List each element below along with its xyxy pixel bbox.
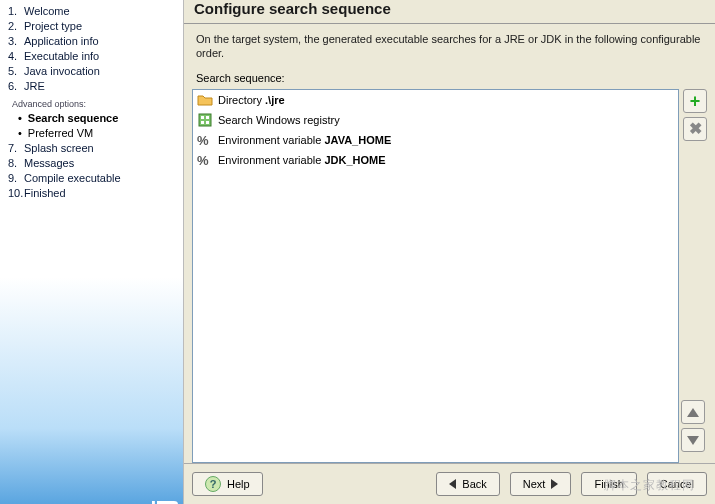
step-compile-executable[interactable]: 9.Compile executable <box>8 171 183 186</box>
step-application-info[interactable]: 3.Application info <box>8 34 183 49</box>
page-description: On the target system, the generated exec… <box>184 24 715 72</box>
exe4j-logo: exe4j <box>147 498 179 504</box>
sidebar: 1.Welcome 2.Project type 3.Application i… <box>0 0 184 504</box>
step-java-invocation[interactable]: 5.Java invocation <box>8 64 183 79</box>
back-button[interactable]: Back <box>436 472 499 496</box>
footer: ? Help Back Next Finish Cancel <box>184 463 715 504</box>
svg-rect-4 <box>206 121 209 124</box>
envvar-icon: % <box>197 132 213 148</box>
svg-rect-3 <box>201 121 204 124</box>
search-sequence-label: Search sequence: <box>184 72 715 89</box>
remove-button[interactable]: ✖ <box>683 117 707 141</box>
next-button[interactable]: Next <box>510 472 572 496</box>
svg-rect-2 <box>206 116 209 119</box>
step-finished[interactable]: 10.Finished <box>8 186 183 201</box>
x-icon: ✖ <box>689 121 702 137</box>
finish-button[interactable]: Finish <box>581 472 636 496</box>
adv-search-sequence[interactable]: Search sequence <box>18 111 183 126</box>
arrow-down-icon <box>687 436 699 445</box>
step-messages[interactable]: 8.Messages <box>8 156 183 171</box>
search-sequence-list[interactable]: Directory .\jre Search Windows registry … <box>192 89 679 463</box>
add-button[interactable]: + <box>683 89 707 113</box>
registry-icon <box>197 112 213 128</box>
step-splash-screen[interactable]: 7.Splash screen <box>8 141 183 156</box>
svg-text:%: % <box>197 133 209 148</box>
help-icon: ? <box>205 476 221 492</box>
step-jre[interactable]: 6.JRE <box>8 79 183 94</box>
arrow-right-icon <box>551 479 558 489</box>
cancel-button[interactable]: Cancel <box>647 472 707 496</box>
svg-rect-1 <box>201 116 204 119</box>
list-item[interactable]: % Environment variable JAVA_HOME <box>193 130 678 150</box>
adv-preferred-vm[interactable]: Preferred VM <box>18 126 183 141</box>
arrow-up-icon <box>687 408 699 417</box>
page-title: Configure search sequence <box>184 0 715 24</box>
step-project-type[interactable]: 2.Project type <box>8 19 183 34</box>
svg-rect-0 <box>199 114 211 126</box>
arrow-left-icon <box>449 479 456 489</box>
list-item[interactable]: Search Windows registry <box>193 110 678 130</box>
help-button[interactable]: ? Help <box>192 472 263 496</box>
advanced-options-header: Advanced options: <box>12 99 183 109</box>
step-executable-info[interactable]: 4.Executable info <box>8 49 183 64</box>
move-down-button[interactable] <box>681 428 705 452</box>
folder-icon <box>197 92 213 108</box>
list-item[interactable]: % Environment variable JDK_HOME <box>193 150 678 170</box>
envvar-icon: % <box>197 152 213 168</box>
svg-text:%: % <box>197 153 209 168</box>
move-up-button[interactable] <box>681 400 705 424</box>
step-welcome[interactable]: 1.Welcome <box>8 4 183 19</box>
list-item[interactable]: Directory .\jre <box>193 90 678 110</box>
main-panel: Configure search sequence On the target … <box>184 0 715 504</box>
plus-icon: + <box>690 92 701 110</box>
